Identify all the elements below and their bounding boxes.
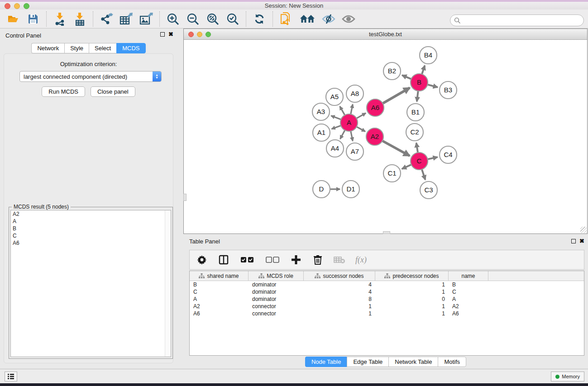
graph-edge-A-A2[interactable] [357, 127, 365, 131]
delete-table-button[interactable] [334, 254, 345, 266]
graph-node-C[interactable]: C [411, 152, 428, 170]
import-table-button[interactable] [73, 12, 86, 26]
result-list-item[interactable]: A2 [11, 210, 171, 218]
create-column-button[interactable] [290, 254, 302, 266]
graph-node-A2[interactable]: A2 [366, 128, 383, 145]
table-row[interactable]: A2connector11A2 [190, 303, 584, 310]
network-canvas[interactable]: AA1A2A3A4A5A6A7A8BB1B2B3B4CC1C2C3C4DD1 [184, 40, 587, 234]
table-settings-button[interactable] [196, 254, 208, 266]
tab-network[interactable]: Network [31, 43, 64, 53]
close-window-button[interactable] [5, 3, 10, 9]
graph-edge-A-A5[interactable] [340, 106, 345, 115]
table-cell[interactable]: connector [249, 310, 304, 317]
table-cell[interactable]: C [190, 289, 249, 295]
graph-node-A6[interactable]: A6 [367, 99, 384, 116]
graph-node-B3[interactable]: B3 [440, 81, 457, 99]
minimize-window-button[interactable] [14, 3, 20, 9]
import-network-button[interactable] [53, 12, 67, 26]
deselect-all-button[interactable] [265, 254, 280, 266]
table-cell[interactable]: A2 [190, 303, 249, 310]
save-session-button[interactable] [26, 12, 40, 26]
result-list-item[interactable]: A [11, 218, 171, 225]
optimization-criterion-select[interactable]: largest connected component (directed) ▲… [19, 71, 162, 82]
graph-node-B[interactable]: B [411, 74, 428, 91]
table-cell[interactable]: 4 [304, 289, 375, 295]
graph-node-D[interactable]: D [313, 181, 330, 198]
select-all-button[interactable] [239, 254, 255, 266]
tab-mcds[interactable]: MCDS [116, 43, 145, 53]
table-cell[interactable]: 1 [375, 310, 449, 317]
network-graph[interactable]: AA1A2A3A4A5A6A7A8BB1B2B3B4CC1C2C3C4DD1 [184, 40, 587, 234]
graph-edge-C-C2[interactable] [416, 143, 418, 153]
table-cell[interactable]: A [449, 296, 488, 302]
graph-edge-A-A7[interactable] [351, 131, 353, 141]
graph-node-A3[interactable]: A3 [312, 103, 330, 120]
result-list-item[interactable]: B [11, 225, 171, 232]
export-table-button[interactable] [120, 12, 133, 26]
graph-edge-A-A8[interactable] [351, 105, 353, 114]
network-from-file-button[interactable] [279, 12, 293, 26]
table-cell[interactable]: dominator [249, 289, 304, 295]
table-cell[interactable]: dominator [249, 281, 304, 288]
table-cell[interactable]: 0 [375, 296, 449, 302]
table-cell[interactable]: B [190, 281, 249, 288]
zoom-window-button[interactable] [24, 3, 29, 9]
table-row[interactable]: Bdominator41B [190, 281, 584, 288]
graph-edge-A-A1[interactable] [332, 125, 341, 129]
graph-node-C2[interactable]: C2 [406, 124, 423, 141]
close-panel-button[interactable]: Close panel [91, 86, 135, 97]
network-window-titlebar[interactable]: testGlobe.txt [184, 29, 587, 40]
graph-edge-C-C3[interactable] [422, 169, 425, 180]
open-file-button[interactable] [6, 12, 20, 26]
show-column-button[interactable] [218, 254, 229, 266]
graph-node-A8[interactable]: A8 [346, 85, 363, 102]
graph-node-A7[interactable]: A7 [346, 143, 363, 160]
table-cell[interactable]: 1 [375, 303, 449, 310]
table-cell[interactable]: A6 [449, 310, 488, 317]
zoom-fit-button[interactable] [206, 12, 220, 26]
graph-edge-A6-B[interactable] [383, 88, 410, 104]
zoom-network-button[interactable] [206, 32, 211, 37]
graph-node-B4[interactable]: B4 [420, 47, 437, 64]
table-cell[interactable]: dominator [249, 296, 304, 302]
graph-node-C1[interactable]: C1 [383, 165, 401, 182]
table-row[interactable]: Adominator80A [190, 295, 584, 303]
export-image-button[interactable] [139, 12, 153, 26]
graph-edge-A-A6[interactable] [357, 113, 366, 119]
tab-network-table[interactable]: Network Table [388, 357, 438, 367]
function-builder-button[interactable]: f(x) [355, 255, 367, 265]
close-panel-icon[interactable]: ✖ [168, 32, 173, 37]
search-input[interactable] [463, 17, 583, 24]
close-network-button[interactable] [188, 32, 194, 37]
tab-select[interactable]: Select [89, 43, 116, 53]
table-cell[interactable]: A6 [190, 310, 249, 317]
splitter-handle-bottom[interactable] [383, 231, 390, 234]
hide-panel-button[interactable] [322, 12, 335, 26]
column-header-MCDS-role[interactable]: MCDS role [249, 271, 304, 281]
result-list-item[interactable]: C [11, 232, 171, 239]
table-cell[interactable]: 4 [304, 281, 375, 288]
zoom-out-button[interactable] [186, 12, 200, 26]
table-cell[interactable]: 1 [304, 310, 375, 317]
zoom-selected-button[interactable] [226, 12, 239, 26]
show-panel-button[interactable] [342, 12, 355, 26]
table-cell[interactable]: 1 [375, 281, 449, 288]
graph-edge-A-A4[interactable] [340, 130, 345, 139]
float-table-panel-icon[interactable] [571, 239, 576, 243]
node-table[interactable]: shared nameMCDS rolesuccessor nodesprede… [189, 271, 584, 356]
tab-style[interactable]: Style [64, 43, 89, 53]
float-panel-icon[interactable] [160, 32, 165, 37]
search-field[interactable] [450, 14, 584, 26]
memory-button[interactable]: Memory [551, 372, 584, 381]
table-row[interactable]: A6connector11A6 [190, 310, 584, 317]
table-cell[interactable]: C [449, 289, 488, 295]
column-header-predecessor-nodes[interactable]: predecessor nodes [375, 271, 449, 281]
minimize-network-button[interactable] [197, 32, 202, 37]
tab-node-table[interactable]: Node Table [305, 357, 347, 367]
graph-edge-C-C1[interactable] [402, 165, 411, 169]
run-mcds-button[interactable]: Run MCDS [42, 86, 85, 97]
graph-node-B1[interactable]: B1 [407, 104, 424, 121]
table-row[interactable]: Cdominator41C [190, 288, 584, 295]
graph-node-A[interactable]: A [340, 114, 358, 131]
tab-edge-table[interactable]: Edge Table [347, 357, 388, 367]
